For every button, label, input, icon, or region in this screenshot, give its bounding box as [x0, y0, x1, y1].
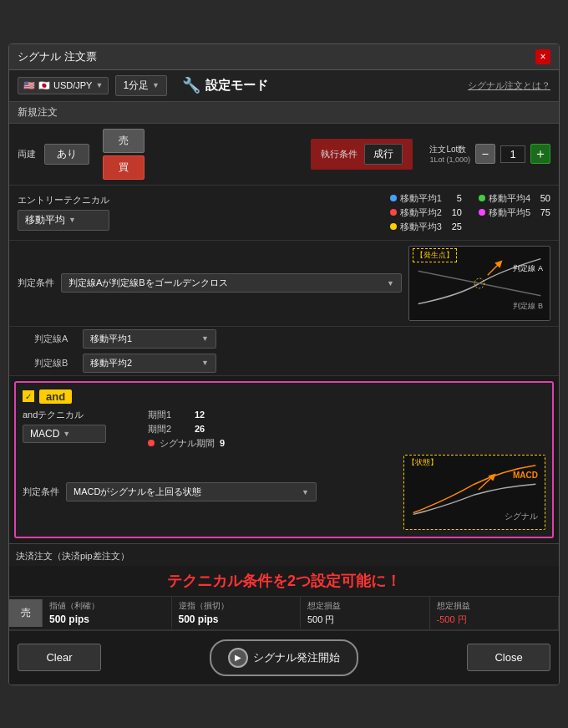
ma2-value: 10 [445, 207, 462, 217]
param-1: 期間1 12 [148, 409, 225, 421]
ma-indicators: 移動平均1 5 移動平均4 50 移動平均2 10 移動平均5 75 [390, 192, 550, 233]
lot-section: 注文Lot数 1Lot (1,000) － 1 ＋ [429, 144, 550, 164]
limit-header: 指値（利確） [49, 600, 165, 612]
start-label: シグナル発注開始 [253, 650, 340, 665]
ma-item-2: 移動平均2 10 [390, 206, 462, 219]
cond-value: 判定線Aが判定線Bをゴールデンクロス [68, 277, 228, 289]
ma1-value: 5 [445, 193, 462, 203]
clear-button[interactable]: Clear [18, 644, 101, 671]
ryoken-label: 両建 [18, 148, 36, 160]
play-icon: ▶ [228, 648, 248, 668]
dot-red-icon [390, 209, 397, 216]
trade-rows: 売 指値（利確） 500 pips 逆指（損切） 500 pips 想定損益 5… [9, 596, 559, 630]
settings-mode: 🔧 設定モード [182, 76, 268, 94]
exec-cond-label: 執行条件 [321, 148, 358, 160]
line-a-dropdown[interactable]: 移動平均1 ▼ [83, 329, 216, 349]
trade-cell-pnl2: 想定損益 -500 円 [430, 597, 560, 629]
condition-block: 判定条件 判定線Aが判定線Bをゴールデンクロス ▼ 【発生点】 判定線 A 判定… [9, 241, 559, 376]
ryoken-value: あり [44, 144, 89, 165]
and-cond-chevron-icon: ▼ [302, 488, 309, 496]
and-tech-label-text: andテクニカル [23, 409, 106, 421]
param2-label: 期間2 [148, 423, 190, 435]
ma5-value: 75 [534, 207, 550, 217]
timeframe-label: 1分足 [123, 79, 149, 93]
table-row: 売 指値（利確） 500 pips 逆指（損切） 500 pips 想定損益 5… [9, 597, 559, 630]
chart-title-label: 【発生点】 [413, 248, 457, 262]
line-b-dropdown[interactable]: 移動平均2 ▼ [83, 354, 216, 373]
param2-value: 26 [195, 424, 205, 434]
macd-label: MACD [513, 471, 538, 480]
stop-value: 500 pips [179, 613, 294, 625]
ma-item-1: 移動平均1 5 [390, 192, 462, 205]
and-tech-value: MACD [30, 428, 59, 440]
lot-plus-button[interactable]: ＋ [530, 144, 550, 164]
param1-label: 期間1 [148, 409, 190, 421]
ma3-label: 移動平均3 [400, 221, 442, 233]
and-params: 期間1 12 期間2 26 シグナル期間 9 [148, 409, 225, 450]
and-checkbox[interactable]: ✓ [23, 390, 34, 402]
and-tech-dropdown[interactable]: MACD ▼ [23, 425, 106, 443]
cond-dropdown[interactable]: 判定線Aが判定線Bをゴールデンクロス ▼ [61, 273, 402, 293]
param1-value: 12 [195, 410, 205, 420]
close-button[interactable]: Close [467, 644, 550, 671]
state-chart: 【状態】 MACD シグナル [403, 455, 545, 530]
ma-item-3: 移動平均3 25 [390, 221, 462, 233]
help-link[interactable]: シグナル注文とは？ [468, 79, 550, 92]
lot-label-bottom: 1Lot (1,000) [429, 155, 470, 164]
gear-icon: 🔧 [182, 76, 200, 94]
chart-line-a-label: 判定線 A [513, 263, 543, 274]
dot-yellow-icon [390, 223, 397, 230]
signal-label: シグナル [505, 511, 538, 522]
and-tech-chevron-icon: ▼ [63, 430, 70, 438]
line-b-chevron-icon: ▼ [201, 359, 209, 367]
line-b-label: 判定線B [34, 357, 76, 369]
lot-minus-button[interactable]: － [475, 144, 495, 164]
new-order-label: 新規注文 [18, 106, 58, 118]
ma2-label: 移動平均2 [400, 206, 442, 219]
close-title-btn[interactable]: × [535, 49, 550, 64]
currency-chevron-icon: ▼ [95, 81, 103, 89]
execution-section: 執行条件 成行 [311, 139, 413, 170]
new-order-header: 新規注文 [9, 102, 559, 124]
tech-chevron-icon: ▼ [68, 216, 76, 224]
pnl1-value: 500 円 [307, 613, 423, 626]
signal-dot-icon [148, 440, 155, 446]
line-a-value: 移動平均1 [90, 333, 132, 345]
and-tech-row: andテクニカル MACD ▼ 期間1 12 期間2 26 シグナル期 [23, 409, 545, 450]
dot-blue-icon [390, 195, 397, 201]
pnl1-header: 想定損益 [307, 600, 423, 612]
cond-main-chevron-icon: ▼ [387, 279, 394, 288]
us-flag-icon: 🇺🇸 [23, 80, 35, 91]
dot-green-icon [479, 195, 485, 201]
and-section: ✓ and andテクニカル MACD ▼ 期間1 12 期間2 26 [14, 381, 554, 538]
timeframe-selector[interactable]: 1分足 ▼ [115, 75, 167, 96]
ma1-label: 移動平均1 [400, 192, 442, 205]
sell-button[interactable]: 売 [103, 129, 145, 153]
trade-cell-stop: 逆指（損切） 500 pips [172, 597, 302, 629]
currency-selector[interactable]: 🇺🇸 🇯🇵 USD/JPY ▼ [18, 77, 109, 94]
announcement-bar: テクニカル条件を2つ設定可能に！ [9, 566, 559, 596]
footer-buttons: Clear ▶ シグナル発注開始 Close [9, 630, 559, 685]
tech-dropdown[interactable]: 移動平均 ▼ [18, 210, 109, 231]
settlement-label: 決済注文（決済pip差注文） [16, 548, 129, 563]
entry-tech-label: エントリーテクニカル [18, 192, 109, 206]
and-cond-dropdown[interactable]: MACDがシグナルを上回る状態 ▼ [66, 482, 317, 501]
line-a-row: 判定線A 移動平均1 ▼ [9, 327, 559, 351]
state-label: 【状態】 [408, 457, 438, 468]
lot-value: 1 [500, 145, 525, 163]
and-cond-row: 判定条件 MACDがシグナルを上回る状態 ▼ 【状態】 MACD シグナル [23, 455, 545, 530]
timeframe-chevron-icon: ▼ [152, 81, 160, 89]
currency-label: USD/JPY [53, 80, 92, 90]
order-row: 両建 あり 売 買 執行条件 成行 注文Lot数 1Lot (1,000) － … [9, 124, 559, 186]
start-button[interactable]: ▶ シグナル発注開始 [210, 639, 358, 676]
buy-button[interactable]: 買 [103, 155, 145, 180]
ma4-label: 移動平均4 [489, 192, 530, 205]
tech-row: エントリーテクニカル 移動平均 ▼ 移動平均1 5 移動平均4 50 [18, 192, 550, 233]
trade-cell-limit: 指値（利確） 500 pips [43, 597, 172, 629]
lot-label-top: 注文Lot数 [429, 144, 470, 155]
param3-label: シグナル期間 [160, 437, 215, 450]
line-a-label: 判定線A [34, 333, 76, 345]
pnl2-header: 想定損益 [437, 600, 552, 612]
param3-value: 9 [220, 438, 225, 448]
param-2: 期間2 26 [148, 423, 225, 435]
